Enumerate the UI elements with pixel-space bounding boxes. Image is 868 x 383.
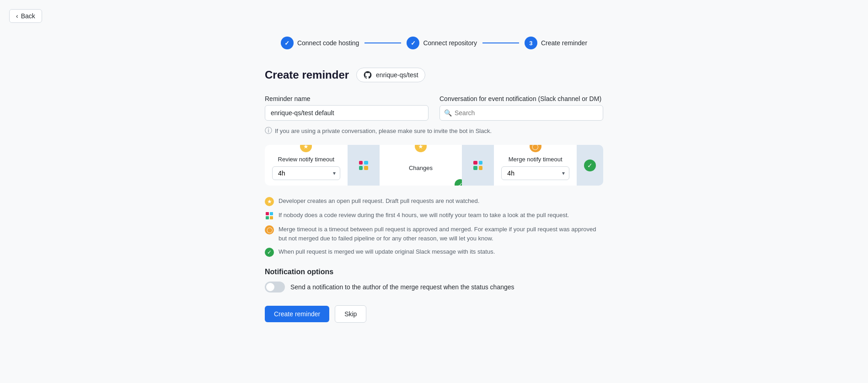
skip-button[interactable]: Skip bbox=[335, 305, 366, 323]
form-row: Reminder name Conversation for event not… bbox=[265, 95, 603, 121]
info-row: ⓘ If you are using a private conversatio… bbox=[265, 126, 603, 136]
merge-timeout-select-wrapper[interactable]: 1h 2h 4h 8h 24h ▾ bbox=[501, 166, 569, 180]
page-header: Create reminder enrique-qs/test bbox=[265, 68, 603, 82]
review-timeout-label: Review notify timeout bbox=[278, 156, 335, 163]
review-timeout-step: ★ Review notify timeout 1h 2h 4h 8h 24h … bbox=[265, 145, 348, 186]
repo-badge: enrique-qs/test bbox=[356, 68, 425, 82]
step-3-circle: 3 bbox=[525, 37, 537, 49]
conversation-search-wrapper: 🔍 bbox=[439, 105, 603, 121]
step-2-circle: ✓ bbox=[407, 37, 419, 49]
step-connect-code-hosting: ✓ Connect code hosting bbox=[281, 37, 359, 49]
info-icon: ⓘ bbox=[265, 126, 272, 136]
stepper: ✓ Connect code hosting ✓ Connect reposit… bbox=[265, 37, 603, 49]
step-connect-repository: ✓ Connect repository bbox=[407, 37, 477, 49]
step-1-circle: ✓ bbox=[281, 37, 294, 49]
changes-step: ★ Changes ✓ bbox=[380, 145, 462, 186]
search-icon: 🔍 bbox=[444, 109, 452, 117]
review-timeout-select-wrapper[interactable]: 1h 2h 4h 8h 24h ▾ bbox=[272, 166, 340, 180]
step-2-label: Connect repository bbox=[423, 39, 477, 47]
bullet-item-1: If nobody does a code review during the … bbox=[265, 211, 603, 220]
bullet-icon-green-3: ✓ bbox=[265, 248, 274, 257]
changes-badge: ★ bbox=[415, 145, 427, 152]
create-reminder-button[interactable]: Create reminder bbox=[265, 306, 329, 322]
bullet-text-3: When pull request is merged we will upda… bbox=[279, 247, 495, 256]
bullet-item-0: ★ Developer creates an open pull request… bbox=[265, 197, 603, 206]
bullet-item-2: ◯ Merge timeout is a timeout between pul… bbox=[265, 225, 603, 243]
merge-timeout-label: Merge notify timeout bbox=[509, 156, 563, 163]
reminder-name-input[interactable] bbox=[265, 105, 429, 121]
step-1-label: Connect code hosting bbox=[297, 39, 359, 47]
bullet-item-3: ✓ When pull request is merged we will up… bbox=[265, 247, 603, 257]
notification-toggle-label: Send a notification to the author of the… bbox=[290, 283, 514, 291]
bullet-text-2: Merge timeout is a timeout between pull … bbox=[279, 225, 603, 243]
bullet-text-1: If nobody does a code review during the … bbox=[279, 211, 569, 220]
notification-toggle[interactable] bbox=[265, 282, 285, 293]
step-3-label: Create reminder bbox=[541, 39, 587, 47]
review-badge: ★ bbox=[300, 145, 312, 152]
info-text: If you are using a private conversation,… bbox=[275, 128, 492, 134]
back-label: Back bbox=[21, 12, 35, 20]
connector-slack-2 bbox=[462, 145, 494, 186]
changes-label: Changes bbox=[409, 165, 433, 171]
step-connector-1 bbox=[364, 43, 401, 43]
bullet-icon-slack-1 bbox=[265, 211, 274, 220]
workflow-container: ★ Review notify timeout 1h 2h 4h 8h 24h … bbox=[265, 145, 603, 186]
conversation-group: Conversation for event notification (Sla… bbox=[439, 95, 603, 121]
notification-options-section: Notification options Send a notification… bbox=[265, 268, 603, 293]
merge-timeout-step: ◯ Merge notify timeout 1h 2h 4h 8h 24h ▾ bbox=[494, 145, 577, 186]
bullet-icon-yellow-0: ★ bbox=[265, 197, 274, 206]
connector-slack-1 bbox=[348, 145, 380, 186]
notification-options-title: Notification options bbox=[265, 268, 603, 276]
connector-final: ✓ bbox=[577, 145, 603, 186]
bullets-list: ★ Developer creates an open pull request… bbox=[265, 197, 603, 257]
github-icon bbox=[363, 70, 372, 80]
action-buttons: Create reminder Skip bbox=[265, 305, 603, 323]
chevron-left-icon: ‹ bbox=[16, 12, 18, 20]
notification-option: Send a notification to the author of the… bbox=[265, 282, 603, 293]
back-button[interactable]: ‹ Back bbox=[9, 9, 42, 23]
step-create-reminder: 3 Create reminder bbox=[525, 37, 587, 49]
final-check-icon: ✓ bbox=[584, 160, 596, 171]
reminder-name-group: Reminder name bbox=[265, 95, 429, 121]
reminder-name-label: Reminder name bbox=[265, 95, 429, 102]
page-title: Create reminder bbox=[265, 69, 349, 81]
conversation-search-input[interactable] bbox=[439, 105, 603, 121]
bullet-icon-orange-2: ◯ bbox=[265, 225, 274, 234]
conversation-label: Conversation for event notification (Sla… bbox=[439, 95, 603, 102]
step-connector-2 bbox=[482, 43, 519, 43]
merge-timeout-select[interactable]: 1h 2h 4h 8h 24h bbox=[501, 166, 569, 180]
repo-name: enrique-qs/test bbox=[376, 71, 418, 79]
slack-icon-connector-2 bbox=[473, 161, 482, 170]
toggle-slider bbox=[265, 282, 285, 293]
merge-badge: ◯ bbox=[530, 145, 541, 152]
bullet-text-0: Developer creates an open pull request. … bbox=[279, 197, 479, 206]
slack-icon-connector-1 bbox=[359, 161, 368, 170]
review-timeout-select[interactable]: 1h 2h 4h 8h 24h bbox=[272, 166, 340, 180]
